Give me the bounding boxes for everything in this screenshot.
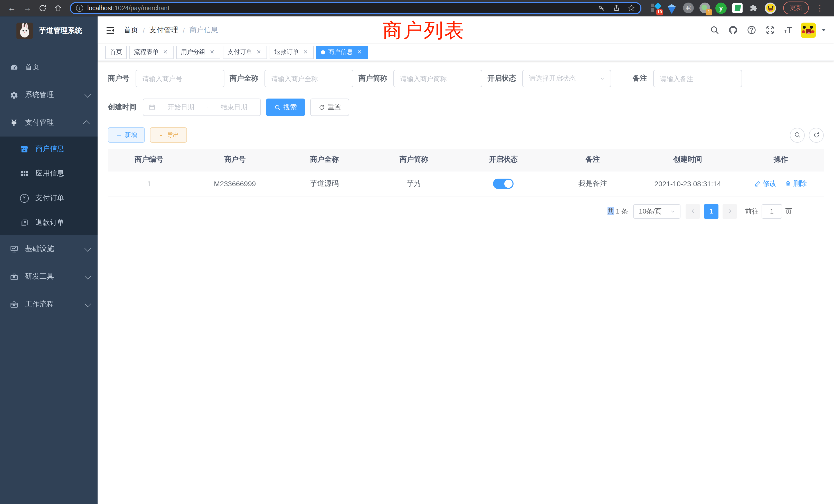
prev-page-button[interactable]: [686, 204, 700, 219]
col-create-time: 创建时间: [638, 149, 738, 171]
sidebar-item-system[interactable]: 系统管理: [0, 81, 97, 109]
github-icon[interactable]: [728, 25, 738, 35]
sidebar-item-payment[interactable]: ￥ 支付管理: [0, 109, 97, 137]
page-size-select[interactable]: 10条/页: [633, 204, 680, 219]
export-button[interactable]: 导出: [150, 127, 187, 143]
browser-menu-kebab-icon[interactable]: ⋮: [814, 3, 826, 13]
password-key-icon[interactable]: [598, 4, 606, 12]
extension-dev-icon[interactable]: 10: [650, 2, 661, 14]
sidebar-item-label: 研发工具: [25, 272, 54, 281]
status-toggle[interactable]: [493, 179, 513, 189]
add-button-label: 新增: [125, 131, 137, 139]
pencil-icon: [755, 180, 761, 187]
url-bar[interactable]: i localhost:1024/pay/merchant: [70, 2, 641, 14]
sidebar-item-home[interactable]: 首页: [0, 53, 97, 81]
sidebar-logo-row[interactable]: 芋道管理系统: [0, 17, 97, 45]
merchant-no-input[interactable]: [136, 70, 224, 87]
browser-forward-button[interactable]: →: [21, 1, 34, 15]
yen-icon: ￥: [9, 118, 19, 127]
tab-pay-order[interactable]: 支付订单✕: [223, 45, 267, 59]
chevron-down-icon: [599, 75, 606, 82]
sidebar-item-refund-order[interactable]: 退款订单: [0, 210, 97, 235]
tab-user-group[interactable]: 用户分组✕: [176, 45, 220, 59]
sidebar-item-merchant-info[interactable]: 商户信息: [0, 137, 97, 161]
refresh-table-button[interactable]: [809, 128, 824, 142]
cell-merchant-id: 1: [108, 171, 190, 197]
chevron-down-icon: [85, 245, 91, 251]
breadcrumb-current: 商户信息: [190, 25, 218, 35]
add-button[interactable]: 新增: [108, 127, 145, 143]
sidebar-collapse-button[interactable]: [105, 25, 115, 35]
goto-label: 前往: [745, 207, 759, 216]
header-search-icon[interactable]: [710, 25, 720, 35]
close-icon[interactable]: ✕: [356, 48, 363, 56]
filter-label-merchant-name: 商户全称: [229, 74, 264, 83]
merchant-name-input[interactable]: [264, 70, 353, 87]
extension-emoji-icon[interactable]: [765, 2, 776, 14]
bookmark-star-icon[interactable]: [628, 4, 635, 12]
filter-label-remark: 备注: [633, 74, 653, 83]
page-number-1[interactable]: 1: [704, 204, 719, 219]
extension-green-y-icon[interactable]: y: [716, 2, 727, 14]
search-button[interactable]: 搜索: [266, 98, 305, 116]
col-merchant-short: 商户简称: [369, 149, 459, 171]
active-dot: [321, 50, 325, 54]
sidebar-item-pay-order[interactable]: ¥ 支付订单: [0, 186, 97, 210]
breadcrumb-home[interactable]: 首页: [124, 25, 138, 35]
avatar-caret-icon[interactable]: [822, 29, 826, 31]
delete-link[interactable]: 删除: [785, 179, 807, 188]
sidebar-item-app-info[interactable]: 应用信息: [0, 161, 97, 186]
site-info-icon[interactable]: i: [76, 4, 83, 12]
merchant-table: 商户编号 商户号 商户全称 商户简称 开启状态 备注 创建时间 操作 1: [108, 149, 824, 197]
goto-page-input[interactable]: [762, 204, 782, 219]
close-icon[interactable]: ✕: [255, 48, 262, 56]
show-search-toggle-button[interactable]: [790, 128, 805, 142]
sidebar-item-label: 系统管理: [25, 90, 54, 99]
create-time-range-picker[interactable]: 开始日期 - 结束日期: [143, 98, 261, 116]
tab-process-form[interactable]: 流程表单✕: [129, 45, 174, 59]
yen-circle-icon: ¥: [19, 194, 29, 203]
chevron-down-icon: [85, 91, 91, 97]
share-icon[interactable]: [613, 4, 620, 12]
status-select[interactable]: 请选择开启状态: [522, 70, 611, 87]
plus-icon: [115, 132, 122, 138]
sidebar-item-dev-tools[interactable]: 研发工具: [0, 263, 97, 291]
breadcrumb-separator: /: [143, 26, 145, 34]
toolbox-icon: [9, 300, 19, 309]
tab-home[interactable]: 首页: [105, 45, 127, 59]
pagination-total: 共 1 条: [607, 207, 628, 216]
close-icon[interactable]: ✕: [208, 48, 216, 56]
extension-proxy-icon[interactable]: 1: [699, 2, 710, 14]
breadcrumb-payment[interactable]: 支付管理: [150, 25, 178, 35]
tab-merchant-info[interactable]: 商户信息✕: [316, 45, 368, 59]
sidebar-item-label: 商户信息: [36, 144, 64, 154]
table-header-row: 商户编号 商户号 商户全称 商户简称 开启状态 备注 创建时间 操作: [108, 149, 824, 171]
sidebar-item-label: 基础设施: [25, 244, 54, 254]
remark-input[interactable]: [653, 70, 742, 87]
help-icon[interactable]: [747, 25, 756, 35]
extension-gem-icon[interactable]: [666, 2, 677, 14]
fullscreen-icon[interactable]: [765, 25, 775, 35]
browser-reload-button[interactable]: [36, 1, 49, 15]
close-icon[interactable]: ✕: [302, 48, 309, 56]
tab-refund-order[interactable]: 退款订单✕: [270, 45, 314, 59]
browser-back-button[interactable]: ←: [5, 1, 19, 15]
refresh-icon: [319, 104, 325, 111]
sidebar-item-infrastructure[interactable]: 基础设施: [0, 235, 97, 263]
y-glyph: y: [716, 2, 727, 14]
close-icon[interactable]: ✕: [162, 48, 169, 56]
extension-command-icon[interactable]: ⌘: [682, 2, 694, 14]
merchant-short-input[interactable]: [393, 70, 482, 87]
extensions-puzzle-icon[interactable]: [748, 2, 760, 14]
chrome-update-button[interactable]: 更新: [783, 2, 809, 14]
next-page-button[interactable]: [723, 204, 737, 219]
col-status: 开启状态: [459, 149, 548, 171]
user-avatar[interactable]: [800, 22, 816, 38]
reset-button[interactable]: 重置: [310, 98, 349, 116]
browser-home-button[interactable]: [51, 1, 65, 15]
download-icon: [158, 132, 164, 138]
sidebar-item-workflow[interactable]: 工作流程: [0, 291, 97, 318]
extension-notes-icon[interactable]: [732, 2, 743, 14]
edit-link[interactable]: 修改: [755, 179, 777, 188]
font-size-icon[interactable]: TT: [784, 26, 792, 34]
